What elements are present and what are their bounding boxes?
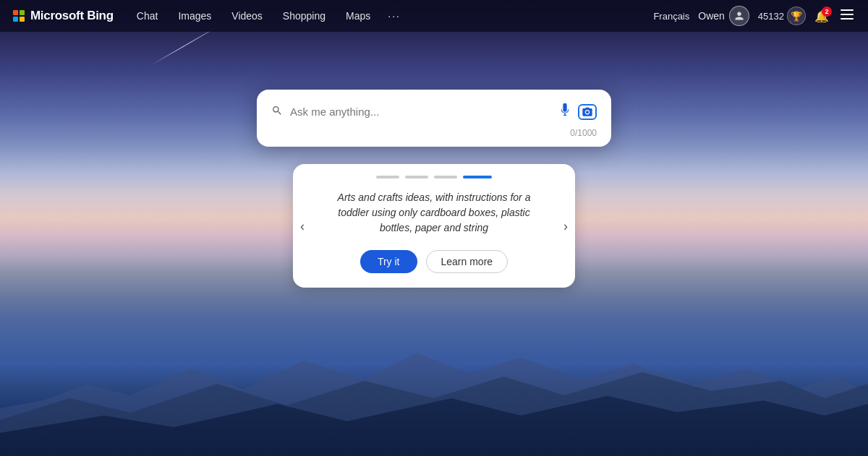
learn-more-button[interactable]: Learn more [426,250,509,273]
logo-text: Microsoft Bing [30,9,114,23]
search-actions [558,101,597,122]
main-content: 0/1000 ‹ › Arts and crafts ideas, with i… [0,32,868,456]
nav-chat[interactable]: Chat [128,6,167,26]
score-value: 45132 [758,11,784,22]
suggestion-card: ‹ › Arts and crafts ideas, with instruct… [293,164,575,288]
navbar: Microsoft Bing Chat Images Videos Shoppi… [0,0,868,32]
dot-0 [376,176,399,178]
score-area[interactable]: 45132 🏆 [758,7,806,25]
camera-icon[interactable] [578,104,597,120]
nav-more-icon[interactable]: ··· [382,6,407,26]
suggestion-actions: Try it Learn more [360,250,508,273]
dot-2 [434,176,457,178]
next-suggestion-button[interactable]: › [559,215,572,236]
char-count: 0/1000 [271,128,597,138]
try-it-button[interactable]: Try it [360,250,417,273]
user-area[interactable]: Owen [698,6,749,26]
ms-logo-icon [12,9,26,23]
nav-images[interactable]: Images [169,6,220,26]
nav-links: Chat Images Videos Shopping Maps ··· [128,6,654,26]
nav-shopping[interactable]: Shopping [274,6,334,26]
microphone-icon[interactable] [558,101,572,122]
nav-maps[interactable]: Maps [337,6,379,26]
language-selector[interactable]: Français [653,11,689,22]
nav-videos[interactable]: Videos [223,6,271,26]
dot-3 [463,176,492,178]
dots-indicator [376,176,492,178]
hamburger-menu-icon[interactable] [838,7,856,25]
user-avatar [729,6,749,26]
svg-rect-1 [841,14,854,15]
user-name: Owen [698,10,725,22]
notification-area[interactable]: 🔔 2 [814,9,829,23]
svg-rect-2 [841,18,854,20]
notification-badge: 2 [822,7,832,17]
search-icon [271,105,283,119]
search-input-row [271,101,597,122]
nav-right: Français Owen 45132 🏆 🔔 2 [653,6,856,26]
svg-rect-0 [841,9,854,11]
search-input[interactable] [290,106,550,118]
dot-1 [405,176,428,178]
logo-area[interactable]: Microsoft Bing [12,9,114,23]
prev-suggestion-button[interactable]: ‹ [296,215,309,236]
search-container: 0/1000 [257,90,611,147]
suggestion-text: Arts and crafts ideas, with instructions… [325,190,543,236]
trophy-icon: 🏆 [787,7,806,25]
